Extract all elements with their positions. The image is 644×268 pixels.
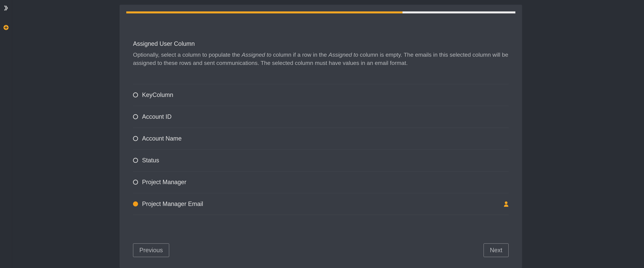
radio-indicator[interactable] — [133, 92, 138, 98]
radio-indicator[interactable] — [133, 180, 138, 185]
option-label: Account Name — [142, 135, 182, 142]
radio-indicator[interactable] — [133, 202, 138, 206]
option-label: KeyColumn — [142, 92, 173, 98]
main-area: Assigned User Column Optionally, select … — [12, 0, 644, 268]
radio-indicator[interactable] — [133, 114, 138, 119]
desc-italic: Assigned to — [242, 52, 272, 58]
option-left: Project Manager Email — [133, 200, 203, 208]
option-left: Account Name — [133, 135, 182, 142]
column-option[interactable]: Project Manager — [133, 171, 509, 193]
column-option[interactable]: Account Name — [133, 128, 509, 150]
section-title: Assigned User Column — [133, 40, 509, 47]
progress-bar — [126, 12, 515, 14]
next-button[interactable]: Next — [484, 243, 509, 257]
option-left: KeyColumn — [133, 92, 173, 98]
radio-indicator[interactable] — [133, 158, 138, 163]
radio-indicator[interactable] — [133, 136, 138, 141]
panel-content: Assigned User Column Optionally, select … — [120, 14, 522, 215]
desc-part: Optionally, select a column to populate … — [133, 52, 242, 58]
column-option[interactable]: Status — [133, 150, 509, 171]
desc-part: column if a row in the — [271, 52, 328, 58]
sidebar-rail — [0, 0, 12, 268]
option-left: Status — [133, 157, 159, 164]
section-description: Optionally, select a column to populate … — [133, 51, 509, 67]
previous-button[interactable]: Previous — [133, 243, 169, 257]
option-label: Account ID — [142, 113, 172, 120]
wizard-panel: Assigned User Column Optionally, select … — [120, 5, 522, 268]
svg-point-1 — [505, 202, 508, 204]
column-options-list: KeyColumnAccount IDAccount NameStatusPro… — [133, 84, 509, 215]
expand-sidebar-icon[interactable] — [3, 5, 9, 11]
option-left: Project Manager — [133, 178, 186, 186]
column-option[interactable]: Project Manager Email — [133, 193, 509, 215]
option-label: Status — [142, 157, 159, 164]
option-left: Account ID — [133, 113, 172, 120]
column-option[interactable]: KeyColumn — [133, 84, 509, 106]
progress-fill — [126, 12, 402, 14]
column-option[interactable]: Account ID — [133, 106, 509, 128]
desc-italic: Assigned to — [328, 52, 358, 58]
wizard-footer: Previous Next — [120, 243, 522, 257]
option-label: Project Manager Email — [142, 200, 203, 208]
user-icon — [504, 201, 509, 207]
add-icon[interactable] — [3, 24, 9, 30]
option-label: Project Manager — [142, 178, 186, 186]
